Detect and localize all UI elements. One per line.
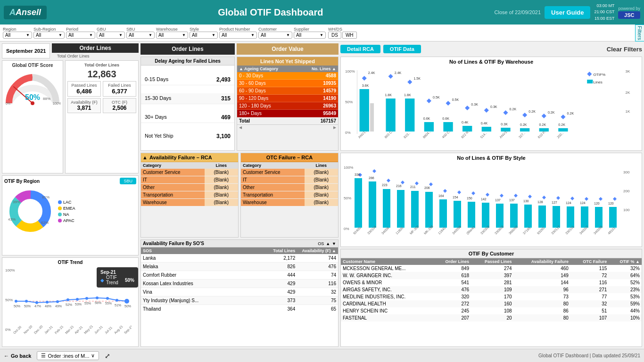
- svg-text:120: 120: [594, 202, 600, 205]
- svg-text:0%: 0%: [345, 131, 351, 135]
- tooltip-box: Sep-21 ◆ OTIF Trend 50%: [97, 267, 138, 288]
- svg-point-21: [25, 300, 28, 303]
- sbu-button[interactable]: SBU: [120, 178, 136, 184]
- user-guide-button[interactable]: User Guide: [545, 6, 590, 19]
- svg-text:0.5K: 0.5K: [433, 96, 440, 99]
- style-bar-chart: 100% 50% 0% 300 200 100 336 92400 286 33…: [343, 162, 640, 239]
- svg-text:Oct-20: Oct-20: [13, 325, 22, 334]
- svg-marker-142: [401, 181, 405, 184]
- style-chart-title: No of Lines & OTIF By Style: [343, 155, 640, 161]
- svg-marker-72: [388, 74, 393, 79]
- svg-text:0%: 0%: [5, 328, 11, 332]
- svg-text:0.2K: 0.2K: [558, 123, 565, 126]
- availability-box: Availability (F) 3,871: [67, 98, 101, 113]
- delay-ageing-panel: Delay Ageing for Failed Lines 0-15 Days …: [140, 57, 235, 151]
- filter-gbu[interactable]: GBU All▼: [97, 27, 125, 39]
- svg-text:43%: 43%: [8, 217, 16, 222]
- order-lines-header2: Order Lines: [140, 43, 235, 55]
- filter-region[interactable]: Region All▼: [3, 27, 32, 39]
- filter-period[interactable]: Period All▼: [66, 27, 95, 39]
- svg-text:1K: 1K: [626, 109, 631, 114]
- order-lines-header: Order Lines: [52, 43, 139, 53]
- svg-rect-114: [558, 128, 568, 132]
- svg-rect-165: [482, 203, 489, 228]
- delay-ageing-title: Delay Ageing for Failed Lines: [141, 57, 234, 66]
- svg-rect-161: [468, 202, 475, 228]
- order-lines-data: Total Order Lines 12,863 Passed Lines 6,…: [65, 60, 139, 173]
- order-lines-button[interactable]: ☰ Order :ines of M... ∨: [37, 351, 99, 360]
- gauge-chart: 50% 88% 0% 100%: [4, 68, 61, 106]
- svg-text:164: 164: [438, 194, 444, 197]
- svg-text:OTIF%: OTIF%: [593, 73, 605, 77]
- otif-by-region-panel: OTIF By Region SBU: [2, 175, 139, 255]
- svg-text:1.8K: 1.8K: [385, 93, 392, 97]
- lines-not-shipped-title: Lines Not Yet Shipped: [237, 57, 338, 66]
- svg-point-28: [96, 296, 99, 299]
- svg-point-26: [76, 298, 79, 301]
- svg-text:124: 124: [580, 201, 586, 205]
- time-info: 03:00 MT 21:00 CST 15:00 EST: [594, 3, 614, 22]
- svg-rect-94: [482, 127, 491, 132]
- svg-text:154: 154: [453, 196, 458, 199]
- svg-marker-92: [465, 106, 470, 110]
- svg-text:88%: 88%: [43, 97, 50, 101]
- go-back-button[interactable]: ← Go back: [4, 353, 31, 359]
- svg-rect-137: [383, 189, 390, 228]
- wh-button[interactable]: WH: [342, 32, 357, 39]
- svg-text:50%: 50%: [14, 304, 20, 308]
- customer-table: Customer Name Order Lines Passed Lines A…: [341, 258, 642, 321]
- filters-tab[interactable]: Filters: [635, 25, 644, 41]
- svg-text:211: 211: [410, 185, 416, 189]
- svg-rect-193: [581, 206, 588, 228]
- svg-text:49%: 49%: [55, 304, 62, 308]
- filter-product[interactable]: Product Number All▼: [219, 27, 257, 39]
- otif-by-customer-panel: OTIF By Customer Customer Name Order Lin…: [340, 249, 642, 347]
- svg-marker-198: [599, 197, 603, 201]
- svg-text:823..: 823..: [403, 132, 411, 139]
- svg-point-29: [106, 297, 109, 300]
- expand-icon[interactable]: ⤢: [105, 352, 110, 360]
- svg-rect-74: [405, 99, 414, 132]
- svg-marker-174: [514, 194, 518, 197]
- svg-marker-119: [587, 72, 592, 76]
- svg-text:216: 216: [396, 184, 402, 188]
- svg-rect-149: [425, 192, 433, 228]
- svg-marker-67: [362, 76, 367, 81]
- otif-data-button[interactable]: OTIF Data: [383, 45, 421, 53]
- otc-rca-title: OTC Failure – RCA: [241, 153, 338, 162]
- filter-warehouse[interactable]: Warehouse All▼: [156, 27, 188, 39]
- filter-supplier[interactable]: Supplier All▼: [294, 27, 326, 39]
- svg-point-11: [19, 200, 41, 222]
- clear-filters-label[interactable]: Clear Filters: [607, 46, 642, 53]
- svg-text:Dec-20: Dec-20: [33, 325, 43, 334]
- svg-text:47%: 47%: [34, 304, 41, 308]
- svg-point-30: [116, 299, 118, 302]
- detail-rca-button[interactable]: Detail RCA: [340, 45, 380, 53]
- svg-text:55%: 55%: [105, 302, 112, 305]
- svg-rect-141: [397, 190, 405, 228]
- svg-text:55%: 55%: [84, 302, 91, 305]
- svg-text:52%: 52%: [66, 303, 72, 306]
- svg-rect-69: [386, 99, 395, 132]
- svg-text:81%: 81%: [42, 195, 50, 199]
- svg-marker-202: [613, 197, 617, 201]
- svg-text:0.2K: 0.2K: [567, 112, 574, 115]
- svg-marker-112: [542, 114, 546, 118]
- filter-style[interactable]: Style All▼: [190, 27, 218, 39]
- filter-sbu[interactable]: SBU All▼: [126, 27, 155, 39]
- svg-point-1: [31, 101, 34, 105]
- svg-rect-201: [609, 207, 617, 228]
- filter-subregion[interactable]: Sub-Region All▼: [33, 27, 65, 39]
- filter-customer[interactable]: Customer All▼: [258, 27, 292, 39]
- svg-text:100%: 100%: [5, 268, 15, 272]
- svg-text:Mar-21: Mar-21: [65, 325, 74, 334]
- global-otif-title: Global OTIF Score: [4, 63, 61, 68]
- svg-text:0%: 0%: [6, 102, 10, 105]
- svg-text:50%: 50%: [24, 304, 31, 308]
- svg-text:286: 286: [369, 176, 374, 180]
- svg-text:Jun-21: Jun-21: [94, 325, 103, 334]
- svg-text:137: 137: [509, 198, 515, 202]
- avail-rca-title: ▲Availability Failure – RCA: [141, 153, 238, 162]
- ds-button[interactable]: DS: [328, 32, 341, 39]
- table-row: HENRY SCHEIN INC 245 108 86 51 44%: [341, 307, 642, 314]
